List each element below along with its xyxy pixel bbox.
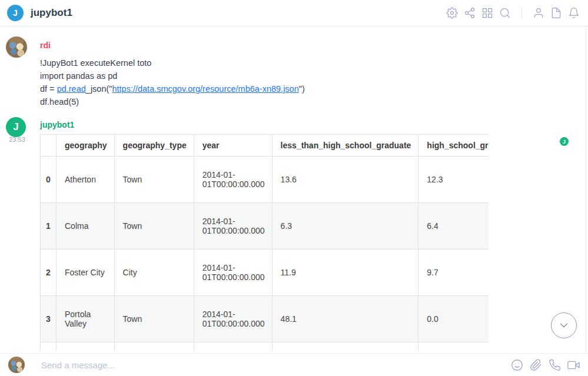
message-body-rdi: !JupyBot1 executeKernel toto import pand… <box>40 56 305 108</box>
table-row <box>41 342 489 351</box>
bell-icon[interactable] <box>568 7 580 19</box>
table-cell: 11.9 <box>272 249 418 296</box>
read-receipt-badge: J <box>560 137 569 146</box>
code-text: df = <box>40 84 57 94</box>
avatar-self <box>8 357 25 373</box>
composer-actions <box>511 359 580 371</box>
table-cell: Foster City <box>57 249 115 296</box>
table-cell: City <box>114 249 194 296</box>
chevron-down-icon <box>557 319 570 332</box>
search-icon[interactable] <box>499 7 511 19</box>
table-cell: 6.3 <box>272 203 418 249</box>
code-text: _json(" <box>86 84 112 94</box>
phone-icon[interactable] <box>549 359 561 371</box>
row-index-cell <box>41 342 57 351</box>
table-cell: 9.7 <box>418 249 489 296</box>
table-row: 3Portola ValleyTown2014-01-01T00:00:00.0… <box>41 296 489 342</box>
message-line: !JupyBot1 executeKernel toto <box>40 56 305 69</box>
table-cell: Town <box>114 203 194 249</box>
row-index-cell: 3 <box>41 296 57 342</box>
table-cell <box>57 342 115 351</box>
link-pd-read[interactable]: pd.read <box>57 84 86 94</box>
channel-title: jupybot1 <box>31 7 72 19</box>
table-row: 2Foster CityCity2014-01-01T00:00:00.0001… <box>41 249 489 296</box>
video-camera-icon[interactable] <box>567 359 580 371</box>
dataframe-table-container[interactable]: geographygeography_typeyearless_than_hig… <box>40 134 489 351</box>
table-cell: 2014-01-01T00:00:00.000 <box>194 157 272 203</box>
table-cell: 6.4 <box>418 203 489 249</box>
table-cell: 2014-01-01T00:00:00.000 <box>194 296 272 342</box>
table-cell: 2014-01-01T00:00:00.000 <box>194 203 272 249</box>
table-cell: 2014-01-01T00:00:00.000 <box>194 249 272 296</box>
code-text: ") <box>299 84 305 94</box>
header-divider <box>521 7 522 19</box>
column-header: high_school_graduate <box>418 135 489 157</box>
jump-to-bottom-button[interactable] <box>551 312 577 338</box>
user-icon[interactable] <box>533 7 544 19</box>
message-line: import pandas as pd <box>40 69 305 82</box>
row-index-cell: 2 <box>41 249 57 296</box>
message-input[interactable] <box>41 360 511 370</box>
channel-avatar[interactable]: J <box>7 5 24 21</box>
column-header: geography <box>57 135 115 157</box>
link-dataset-url[interactable]: https://data.smcgov.org/resource/mb6a-xn… <box>112 84 298 94</box>
channel-header: J jupybot1 <box>0 0 588 26</box>
table-cell: 13.6 <box>272 157 418 203</box>
column-header: year <box>194 135 272 157</box>
column-header: less_than_high_school_graduate <box>272 135 418 157</box>
table-cell: 12.3 <box>418 157 489 203</box>
message-line: df = pd.read_json("https://data.smcgov.o… <box>40 82 305 95</box>
dataframe-table: geographygeography_typeyearless_than_hig… <box>40 134 489 351</box>
settings-gear-icon[interactable] <box>446 7 458 19</box>
row-index-cell: 1 <box>41 203 57 249</box>
table-cell: Portola Valley <box>57 296 115 342</box>
table-cell: 0.0 <box>418 296 489 342</box>
table-cell <box>194 342 272 351</box>
table-cell <box>272 342 418 351</box>
scrollbar-track[interactable] <box>586 26 586 376</box>
username-rdi[interactable]: rdi <box>40 41 51 50</box>
column-header <box>41 135 57 157</box>
table-cell: 48.1 <box>272 296 418 342</box>
username-jupybot1[interactable]: jupybot1 <box>40 120 74 129</box>
table-cell <box>418 342 489 351</box>
file-icon[interactable] <box>550 7 562 19</box>
table-row: 1ColmaTown2014-01-01T00:00:00.0006.36.4 <box>41 203 489 249</box>
apps-grid-icon[interactable] <box>481 7 493 19</box>
table-cell <box>114 342 194 351</box>
avatar-jupybot1[interactable]: J <box>6 117 26 137</box>
avatar-rdi[interactable] <box>6 36 27 58</box>
table-cell: Town <box>114 296 194 342</box>
paperclip-icon[interactable] <box>530 359 542 371</box>
header-actions <box>446 7 580 19</box>
row-index-cell: 0 <box>41 157 57 203</box>
table-cell: Town <box>114 157 194 203</box>
message-composer <box>0 353 588 376</box>
table-row: 0AthertonTown2014-01-01T00:00:00.00013.6… <box>41 157 489 203</box>
emoji-smile-icon[interactable] <box>511 359 523 371</box>
message-timestamp: 23:53 <box>6 136 28 143</box>
message-line: df.head(5) <box>40 95 305 108</box>
share-network-icon[interactable] <box>464 7 476 19</box>
table-cell: Atherton <box>57 157 115 203</box>
table-cell: Colma <box>57 203 115 249</box>
column-header: geography_type <box>114 135 194 157</box>
